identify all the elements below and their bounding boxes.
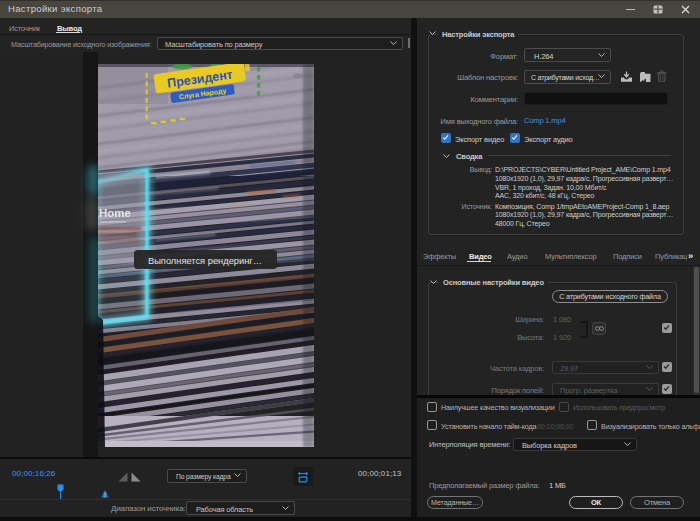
svg-text:Выполняется рендеринг…: Выполняется рендеринг… xyxy=(148,256,262,266)
svg-text:'.Home: '.Home xyxy=(98,207,131,219)
